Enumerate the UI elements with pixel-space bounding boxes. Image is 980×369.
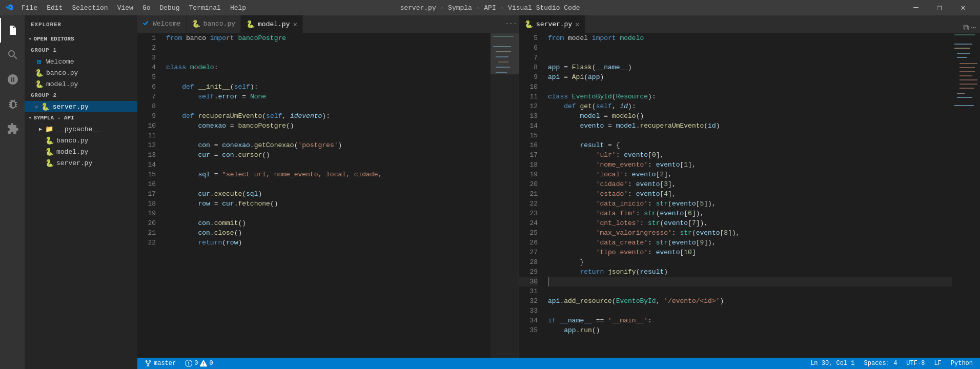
status-encoding[interactable]: UTF-8 <box>904 360 927 367</box>
code-line-1: from banco import bancoPostgre <box>166 33 491 43</box>
python-file-icon-2: 🐍 <box>35 80 43 88</box>
r-line-17: 'ulr': evento[0], <box>548 150 952 160</box>
line-num-12: 12 <box>137 140 156 150</box>
status-position[interactable]: Ln 30, Col 1 <box>808 360 856 367</box>
code-line-14 <box>166 160 491 170</box>
sidebar-item-model[interactable]: 🐍 model.py <box>25 78 137 90</box>
code-line-9: def recuperaUmEvento(self, idevento): <box>166 111 491 121</box>
line-num-9: 9 <box>137 111 156 121</box>
line-num-5: 5 <box>137 72 156 82</box>
line-num-21: 21 <box>137 228 156 238</box>
line-num-14: 14 <box>137 160 156 170</box>
status-branch[interactable]: master <box>142 360 178 367</box>
tab-server-close-icon[interactable]: ✕ <box>575 20 579 29</box>
activity-bar <box>0 15 25 369</box>
extensions-icon <box>7 122 19 135</box>
menu-help[interactable]: Help <box>226 2 250 14</box>
status-errors[interactable]: 0 0 <box>183 360 215 367</box>
tab-model[interactable]: 🐍 model.py ✕ <box>241 15 303 33</box>
close-button[interactable]: ✕ <box>951 0 975 15</box>
code-line-10: conexao = bancoPostgre() <box>166 121 491 131</box>
activity-git[interactable] <box>0 67 25 92</box>
sidebar-content: ▾ Open Editors Group 1 ⊞ Welcome 🐍 banco… <box>25 33 137 369</box>
svg-rect-9 <box>954 48 970 49</box>
line-num-15: 15 <box>137 170 156 179</box>
menu-selection[interactable]: Selection <box>68 2 112 14</box>
code-line-2 <box>166 43 491 53</box>
eol-label: LF <box>934 360 941 367</box>
tab-server-label: server.py <box>536 20 572 28</box>
more-actions-icon[interactable]: ⋯ <box>971 23 976 33</box>
group1-label: Group 1 <box>31 47 57 53</box>
right-editor-column: 🐍 server.py ✕ ⧉ ⋯ 5 6 7 <box>519 15 980 358</box>
right-minimap-svg <box>952 33 980 290</box>
left-code-lines[interactable]: from banco import bancoPostgre class mod… <box>162 33 491 358</box>
minimize-button[interactable]: — <box>904 0 928 15</box>
activity-search[interactable] <box>0 43 25 67</box>
sidebar-item-server[interactable]: ✕ 🐍 server.py <box>25 101 137 112</box>
close-server-icon[interactable]: ✕ <box>35 104 38 110</box>
code-line-22: return(row) <box>166 238 491 248</box>
code-line-8 <box>166 101 491 111</box>
menu-file[interactable]: File <box>17 2 42 14</box>
sidebar-item-banco[interactable]: 🐍 banco.py <box>25 67 137 78</box>
right-code-content: 5 6 7 8 9 10 11 12 13 14 15 16 17 18 <box>519 33 980 358</box>
line-num-1: 1 <box>137 33 156 43</box>
status-bar: master 0 0 Ln 30, Col 1 Spaces: 4 <box>137 358 980 369</box>
line-num-3: 3 <box>137 53 156 63</box>
error-icon <box>185 360 192 367</box>
status-eol[interactable]: LF <box>932 360 943 367</box>
project-server-item[interactable]: 🐍 server.py <box>25 157 137 169</box>
code-line-5 <box>166 72 491 82</box>
r-line-20: 'cidade': evento[3], <box>548 179 952 189</box>
open-editors-section[interactable]: ▾ Open Editors <box>25 33 137 45</box>
r-line-26: 'data_create': str(evento[9]), <box>548 238 952 248</box>
r-line-34: if __name__ == '__main__': <box>548 316 952 325</box>
right-code-lines[interactable]: from model import modelo app = Flask(__n… <box>544 33 952 358</box>
tab-overflow-menu[interactable]: ··· <box>503 15 519 33</box>
project-banco-item[interactable]: 🐍 banco.py <box>25 135 137 146</box>
maximize-button[interactable]: ❐ <box>928 0 951 15</box>
menu-edit[interactable]: Edit <box>43 2 67 14</box>
menu-view[interactable]: View <box>113 2 137 14</box>
menu-go[interactable]: Go <box>138 2 155 14</box>
sidebar: Explorer ▾ Open Editors Group 1 ⊞ Welcom… <box>25 15 137 369</box>
warning-count: 0 <box>209 360 213 367</box>
tab-model-close-icon[interactable]: ✕ <box>293 20 297 29</box>
r-line-6 <box>548 43 952 53</box>
activity-debug[interactable] <box>0 92 25 116</box>
svg-rect-17 <box>959 84 977 85</box>
r-line-7 <box>548 53 952 63</box>
search-icon <box>7 49 19 61</box>
editor-split: Welcome 🐍 banco.py 🐍 model.py ✕ ··· <box>137 15 980 358</box>
tab-welcome[interactable]: Welcome <box>137 15 187 33</box>
menu-terminal[interactable]: Terminal <box>185 2 225 14</box>
sidebar-item-label-model: model.py <box>46 80 78 88</box>
menu-debug[interactable]: Debug <box>155 2 183 14</box>
r-line-9: api = Api(app) <box>548 72 952 82</box>
sidebar-item-label-welcome: Welcome <box>46 58 74 66</box>
language-label: Python <box>951 360 973 367</box>
status-spaces[interactable]: Spaces: 4 <box>862 360 900 367</box>
project-model-item[interactable]: 🐍 model.py <box>25 146 137 157</box>
tab-server[interactable]: 🐍 server.py ✕ <box>519 15 585 33</box>
window-controls: — ❐ ✕ <box>904 0 975 15</box>
svg-rect-19 <box>957 93 965 94</box>
cursor-position: Ln 30, Col 1 <box>810 360 854 367</box>
activity-extensions[interactable] <box>0 116 25 141</box>
line-num-17: 17 <box>137 189 156 199</box>
line-num-10: 10 <box>137 121 156 131</box>
right-line-numbers: 5 6 7 8 9 10 11 12 13 14 15 16 17 18 <box>519 33 544 358</box>
activity-explorer[interactable] <box>0 18 25 43</box>
tab-banco-label: banco.py <box>203 20 235 28</box>
left-line-numbers: 1 2 3 4 5 6 7 8 9 10 11 12 13 14 <box>137 33 162 358</box>
debug-icon <box>7 98 19 110</box>
project-section[interactable]: ▾ Sympla - API <box>25 112 137 124</box>
main-layout: Explorer ▾ Open Editors Group 1 ⊞ Welcom… <box>0 15 980 369</box>
split-editor-icon[interactable]: ⧉ <box>963 23 969 33</box>
status-language[interactable]: Python <box>949 360 975 367</box>
sidebar-item-welcome[interactable]: ⊞ Welcome <box>25 56 137 67</box>
folder-icon: 📁 <box>45 125 53 133</box>
tab-banco[interactable]: 🐍 banco.py <box>187 15 241 33</box>
pycache-folder[interactable]: ▶ 📁 __pycache__ <box>25 124 137 135</box>
